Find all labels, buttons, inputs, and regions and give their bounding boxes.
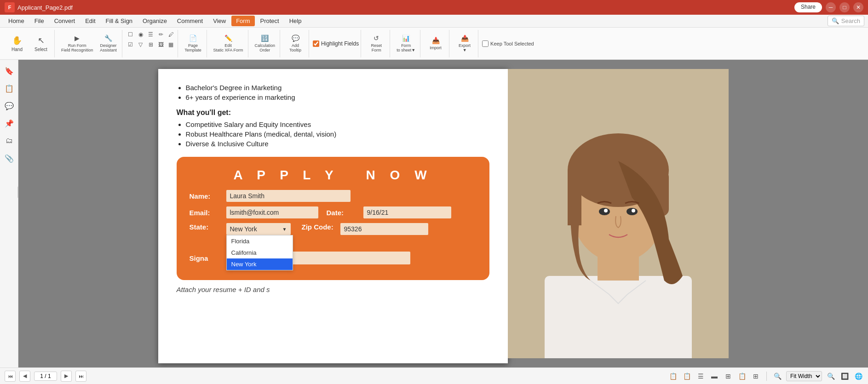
form-sheet-icon: 📊 <box>402 34 410 42</box>
highlight-fields-checkbox[interactable] <box>313 40 319 47</box>
hand-icon: ✋ <box>12 35 22 46</box>
menu-item-comment[interactable]: Comment <box>172 16 207 26</box>
image-icon-btn[interactable]: 🖼 <box>156 40 166 49</box>
state-dropdown-list: Florida California New York <box>226 235 293 270</box>
next-page-button[interactable]: ▶ <box>61 371 72 382</box>
document-content: Bachelor's Degree in Marketing 6+ years … <box>177 84 489 293</box>
highlight-fields-toggle[interactable]: Highlight Fields <box>313 40 359 47</box>
edit-static-button[interactable]: ✏️ EditStatic XFA Form <box>211 33 246 54</box>
reset-form-button[interactable]: ↺ ResetForm <box>365 33 388 54</box>
toolbar-group-calc: 🔢 CalculationOrder <box>250 30 281 57</box>
person-illustration <box>508 69 729 358</box>
name-input[interactable] <box>226 190 351 202</box>
toolbar-group-form-tools: ▶ Run FormField Recognition 🔧 DesignerAs… <box>57 30 122 57</box>
zoom-select[interactable]: Fit Width Fit Page 50% 75% 100% 125% 150… <box>786 371 822 381</box>
state-dropdown[interactable]: New York ▼ Florida California New York <box>226 223 291 235</box>
designer-assistant-button[interactable]: 🔧 DesignerAssistant <box>97 33 120 54</box>
sidebar-properties-icon[interactable]: 📌 <box>2 116 17 131</box>
bullets-list-2: Competitive Salary and Equity Incentives… <box>186 120 489 148</box>
bullet-item-5: Diverse & Inclusive Culture <box>186 140 489 148</box>
run-form-button[interactable]: ▶ Run FormField Recognition <box>58 33 96 54</box>
document-viewer[interactable]: Bachelor's Degree in Marketing 6+ years … <box>18 60 868 367</box>
checked-checkbox-btn[interactable]: ☑ <box>126 40 135 49</box>
dropdown-icon-btn[interactable]: ▽ <box>136 40 145 49</box>
first-page-button[interactable]: ⏮ <box>5 371 16 382</box>
menu-item-form[interactable]: Form <box>231 16 254 26</box>
menu-item-fill-sign[interactable]: Fill & Sign <box>101 16 138 26</box>
designer-icon: 🔧 <box>104 34 112 42</box>
menu-item-file[interactable]: File <box>30 16 49 26</box>
maximize-icon[interactable]: □ <box>839 2 850 12</box>
menu-item-protect[interactable]: Protect <box>256 16 284 26</box>
sidebar-pages-icon[interactable]: 📋 <box>2 81 17 96</box>
date-input[interactable] <box>363 206 451 218</box>
title-bar: F Applicant_Page2.pdf Share ─ □ ✕ <box>0 0 868 15</box>
menu-item-home[interactable]: Home <box>4 16 29 26</box>
table-icon-btn[interactable]: ⊞ <box>146 40 155 49</box>
barcode-icon-btn[interactable]: ▦ <box>167 40 176 49</box>
sidebar-attachments-icon[interactable]: 📎 <box>2 151 17 166</box>
import-button[interactable]: 📥 Import <box>424 35 447 52</box>
calculation-order-button[interactable]: 🔢 CalculationOrder <box>252 33 278 54</box>
menu-item-view[interactable]: View <box>208 16 230 26</box>
checkbox-icon-btn[interactable]: ☐ <box>126 30 135 39</box>
state-dropdown-selected[interactable]: New York ▼ <box>226 223 291 235</box>
menu-item-convert[interactable]: Convert <box>50 16 80 26</box>
svg-point-9 <box>604 209 608 212</box>
page-number-input[interactable] <box>34 372 57 381</box>
bullet-item-1: Bachelor's Degree in Marketing <box>186 84 489 92</box>
radio-icon-btn[interactable]: ◉ <box>136 30 145 39</box>
toolbar-group-reset: ↺ ResetForm <box>363 30 390 57</box>
sidebar-layers-icon[interactable]: 🗂 <box>2 133 17 148</box>
search-bar[interactable]: 🔍 Search <box>828 16 864 26</box>
sidebar-comments-icon[interactable]: 💬 <box>2 98 17 113</box>
share-view-btn[interactable]: 🌐 <box>853 371 863 381</box>
zoom-in-btn[interactable]: 🔍 <box>826 371 836 381</box>
last-page-button[interactable]: ⏭ <box>75 371 86 382</box>
two-page-btn[interactable]: ▬ <box>709 371 719 381</box>
listbox-icon-btn[interactable]: ☰ <box>146 30 155 39</box>
thumbnail-view-btn[interactable]: 📋 <box>668 371 678 381</box>
email-input[interactable] <box>226 206 318 218</box>
zoom-out-btn[interactable]: 🔍 <box>772 371 782 381</box>
tooltip-icon: 💬 <box>292 34 299 42</box>
document-title: Applicant_Page2.pdf <box>17 4 73 11</box>
add-tooltip-button[interactable]: 💬 AddTooltip <box>284 33 307 54</box>
option-new-york[interactable]: New York <box>227 258 293 270</box>
edit-icon-btn[interactable]: ✏ <box>156 30 166 39</box>
keep-tool-selected-toggle[interactable]: Keep Tool Selected <box>482 40 534 47</box>
keep-tool-checkbox[interactable] <box>482 40 489 47</box>
menu-item-organize[interactable]: Organize <box>138 16 172 26</box>
close-icon[interactable]: ✕ <box>853 2 863 12</box>
window-controls: Share ─ □ ✕ <box>794 2 863 12</box>
thumbnail-small-btn[interactable]: 📋 <box>682 371 692 381</box>
select-tool-button[interactable]: ↖ Select <box>29 34 52 54</box>
prev-page-button[interactable]: ◀ <box>19 371 30 382</box>
attach-text: Attach your resume + ID and s <box>177 286 489 293</box>
bullets-list-1: Bachelor's Degree in Marketing 6+ years … <box>186 84 489 101</box>
sidebar-bookmark-icon[interactable]: 🔖 <box>2 63 17 78</box>
stamp-icon-btn[interactable]: 🖊 <box>167 30 176 39</box>
export-icon: 📤 <box>461 34 469 42</box>
edit-static-label: EditStatic XFA Form <box>213 43 243 52</box>
single-page-btn[interactable]: ☰ <box>696 371 706 381</box>
menu-item-edit[interactable]: Edit <box>80 16 100 26</box>
page-template-label: PageTemplate <box>184 43 201 52</box>
option-california[interactable]: California <box>227 247 293 258</box>
signature-label: Signa <box>190 254 222 262</box>
page-template-icon: 📄 <box>189 34 197 42</box>
form-to-sheet-button[interactable]: 📊 Formto sheet▼ <box>394 33 418 54</box>
share-button[interactable]: Share <box>794 2 822 12</box>
zip-input[interactable] <box>340 223 428 235</box>
page-template-button[interactable]: 📄 PageTemplate <box>182 33 205 54</box>
fullscreen-btn[interactable]: 🔲 <box>839 371 850 381</box>
minimize-icon[interactable]: ─ <box>826 2 836 12</box>
split-btn[interactable]: ⊞ <box>751 371 761 381</box>
grid-view-btn[interactable]: ⊞ <box>723 371 733 381</box>
option-florida[interactable]: Florida <box>227 235 293 247</box>
export-button[interactable]: 📤 Export▼ <box>453 33 476 54</box>
hand-tool-button[interactable]: ✋ Hand <box>6 34 29 54</box>
scroll-btn[interactable]: 📋 <box>737 371 747 381</box>
section-title: What you'll get: <box>177 109 489 117</box>
menu-item-help[interactable]: Help <box>285 16 306 26</box>
